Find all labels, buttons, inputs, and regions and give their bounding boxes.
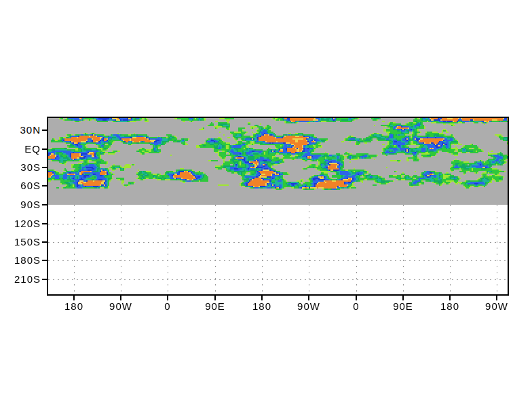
y-axis-tick-1 (42, 149, 47, 150)
x-tick-label-4: 180 (238, 301, 286, 312)
y-axis-tick-3 (42, 185, 47, 186)
x-tick-label-3: 90E (191, 301, 239, 312)
shaded-field-canvas (48, 118, 508, 205)
y-tick-label-8: 210S (0, 274, 41, 285)
x-tick-label-7: 90E (379, 301, 427, 312)
gridline-vertical-7 (403, 205, 404, 294)
x-axis-tick-4 (261, 296, 263, 300)
y-tick-label-7: 180S (0, 255, 41, 266)
y-axis-tick-5 (42, 223, 47, 224)
x-tick-label-0: 180 (50, 301, 98, 312)
gridline-horizontal-2 (48, 260, 508, 261)
x-axis-tick-9 (496, 296, 497, 300)
y-axis-tick-7 (42, 260, 47, 261)
x-axis-tick-0 (73, 296, 75, 300)
x-axis-tick-2 (167, 296, 168, 300)
x-axis-tick-1 (120, 296, 121, 300)
gridline-vertical-5 (309, 205, 309, 294)
x-tick-label-1: 90W (97, 301, 145, 312)
gridline-vertical-8 (450, 205, 451, 294)
y-axis-tick-6 (42, 241, 47, 243)
x-axis-tick-3 (214, 296, 216, 300)
x-tick-label-2: 0 (144, 301, 191, 312)
gridline-vertical-2 (168, 205, 168, 294)
plot-page: 30NEQ30S60S90S120S150S180S210S18090W090E… (0, 0, 532, 415)
x-tick-label-5: 90W (285, 301, 332, 312)
x-axis-tick-5 (308, 296, 309, 300)
gridline-vertical-6 (356, 205, 357, 294)
x-tick-label-8: 180 (426, 301, 474, 312)
gridline-vertical-1 (121, 205, 121, 294)
plot-frame (47, 117, 509, 296)
gridline-vertical-3 (215, 205, 216, 294)
x-axis-tick-7 (402, 296, 404, 300)
y-tick-label-2: 30S (0, 162, 41, 173)
y-tick-label-1: EQ (0, 144, 41, 155)
gridline-vertical-9 (497, 205, 497, 294)
x-tick-label-6: 0 (332, 301, 380, 312)
y-axis-tick-0 (42, 130, 47, 131)
x-axis-tick-6 (356, 296, 357, 300)
y-axis-tick-8 (42, 279, 47, 280)
gridline-horizontal-3 (48, 279, 508, 280)
gridline-vertical-0 (74, 205, 75, 294)
y-tick-label-0: 30N (0, 125, 41, 136)
y-tick-label-6: 150S (0, 237, 41, 248)
y-tick-label-3: 60S (0, 180, 41, 191)
x-axis-tick-8 (449, 296, 451, 300)
y-tick-label-5: 120S (0, 218, 41, 229)
gridline-vertical-4 (262, 205, 263, 294)
gridline-horizontal-1 (48, 242, 508, 243)
y-axis-tick-4 (42, 204, 47, 205)
x-tick-label-9: 90W (473, 301, 520, 312)
y-tick-label-4: 90S (0, 199, 41, 210)
y-axis-tick-2 (42, 167, 47, 168)
gridline-horizontal-0 (48, 224, 508, 224)
